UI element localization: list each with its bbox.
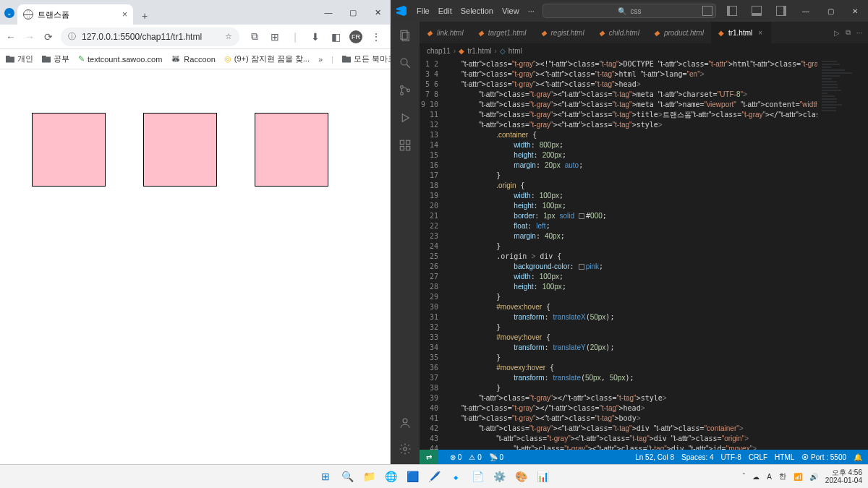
edge-button[interactable]: 🟦 bbox=[404, 468, 421, 485]
editor-tab[interactable]: ◆child.html bbox=[592, 22, 647, 43]
tray-wifi-icon[interactable]: 📶 bbox=[793, 473, 802, 481]
tray-volume-icon[interactable]: 🔊 bbox=[809, 473, 818, 481]
status-port[interactable]: ⦿ Port : 5500 bbox=[801, 453, 846, 461]
settings-gear-icon[interactable] bbox=[397, 441, 413, 457]
minimize-button[interactable]: — bbox=[796, 1, 816, 21]
status-bell-icon[interactable]: 🔔 bbox=[854, 453, 862, 461]
bookmark-item[interactable]: ◎(9+) 잠지현 꿈을 찾... bbox=[224, 53, 310, 64]
origin-box[interactable] bbox=[143, 113, 217, 187]
movex-box[interactable] bbox=[33, 114, 105, 186]
start-button[interactable]: ⊞ bbox=[317, 468, 334, 485]
explorer-button[interactable]: 📁 bbox=[360, 468, 378, 485]
split-icon[interactable]: ⧉ bbox=[846, 28, 851, 37]
movexy-box[interactable] bbox=[255, 114, 328, 186]
tray-chevron-icon[interactable]: ˆ bbox=[743, 473, 745, 481]
html-file-icon: ◆ bbox=[718, 29, 724, 37]
origin-box[interactable] bbox=[32, 113, 106, 187]
back-button[interactable]: ← bbox=[4, 30, 17, 43]
app-button[interactable]: ⚙️ bbox=[490, 468, 508, 485]
scm-icon[interactable] bbox=[397, 82, 413, 98]
more-icon[interactable]: ··· bbox=[856, 29, 862, 37]
status-warnings[interactable]: ⚠ 0 bbox=[469, 453, 481, 461]
clock[interactable]: 오후 4:56 2024-01-04 bbox=[825, 468, 862, 484]
layout-icon[interactable] bbox=[697, 1, 718, 21]
status-eol[interactable]: CRLF bbox=[749, 453, 767, 461]
remote-icon[interactable]: ⇄ bbox=[420, 450, 438, 464]
close-window-button[interactable]: ✕ bbox=[365, 0, 390, 25]
layout-icon[interactable] bbox=[771, 1, 791, 21]
vscode-menu: File Edit Selection View ··· bbox=[417, 7, 535, 15]
maximize-button[interactable]: ▢ bbox=[820, 1, 841, 21]
app-button[interactable]: 🖊️ bbox=[425, 468, 443, 485]
bookmark-item[interactable]: 공부 bbox=[42, 53, 69, 64]
status-lang[interactable]: HTML bbox=[775, 453, 794, 461]
reload-button[interactable]: ⟳ bbox=[42, 30, 55, 43]
chrome-button[interactable]: 🌐 bbox=[382, 468, 399, 485]
account-icon[interactable] bbox=[397, 415, 413, 431]
close-tab-icon[interactable]: × bbox=[122, 9, 127, 20]
forward-button[interactable]: → bbox=[23, 30, 36, 43]
explorer-icon[interactable] bbox=[397, 27, 413, 43]
bookmark-overflow[interactable]: » bbox=[318, 55, 323, 64]
bookmark-item[interactable]: ✎textcount.sawoo.com bbox=[78, 54, 162, 64]
close-tab-icon[interactable]: × bbox=[757, 29, 764, 37]
bookmark-item[interactable]: 개인 bbox=[6, 53, 33, 64]
status-radio[interactable]: 📡 0 bbox=[489, 453, 503, 461]
minimap[interactable] bbox=[817, 58, 868, 450]
tray-ime[interactable]: 한 bbox=[779, 471, 786, 481]
bookmark-item[interactable]: 모든 북마크 bbox=[342, 53, 396, 64]
extensions-icon[interactable]: ⊞ bbox=[268, 30, 281, 43]
close-button[interactable]: ✕ bbox=[845, 1, 865, 21]
menu-item[interactable]: View bbox=[502, 7, 519, 15]
site-info-icon[interactable]: ⓘ bbox=[68, 31, 76, 42]
editor-tab[interactable]: ◆regist.html bbox=[534, 22, 592, 43]
breadcrumbs[interactable]: chap11› ◆tr1.html› ◇html bbox=[420, 43, 868, 58]
menu-item[interactable]: File bbox=[417, 7, 430, 15]
app-button[interactable]: 📄 bbox=[469, 468, 486, 485]
status-encoding[interactable]: UTF-8 bbox=[721, 453, 741, 461]
status-spaces[interactable]: Spaces: 4 bbox=[681, 453, 713, 461]
menu-item[interactable]: Selection bbox=[461, 7, 493, 15]
bookmark-item[interactable]: 🦝Raccoon bbox=[171, 54, 215, 64]
camera-icon[interactable]: ⧉ bbox=[248, 30, 261, 43]
layout-icon[interactable] bbox=[722, 1, 742, 21]
windows-taskbar: ⊞ 🔍 📁 🌐 🟦 🖊️ ⬥ 📄 ⚙️ 🎨 📊 ˆ ☁ A 한 📶 🔊 오후 4… bbox=[0, 464, 868, 488]
chrome-tab[interactable]: 트랜스폼 × bbox=[17, 4, 133, 25]
app-button[interactable]: 🎨 bbox=[512, 468, 529, 485]
editor-tab[interactable]: ◆tr1.html× bbox=[711, 22, 771, 43]
maximize-button[interactable]: ▢ bbox=[341, 0, 365, 25]
editor-tab[interactable]: ◆target1.html bbox=[471, 22, 534, 43]
code-editor[interactable]: "t-attr">class="t-gray"><!"t-attr">class… bbox=[444, 58, 817, 450]
page-icon: ✎ bbox=[78, 54, 85, 64]
editor-tab[interactable]: ◆link.html bbox=[420, 22, 471, 43]
profile-icon[interactable]: FR bbox=[349, 30, 362, 43]
html-file-icon: ◆ bbox=[599, 29, 605, 37]
status-cursor[interactable]: Ln 52, Col 8 bbox=[635, 453, 674, 461]
new-tab-button[interactable]: + bbox=[136, 7, 153, 25]
run-icon[interactable]: ▷ bbox=[834, 29, 840, 37]
bookmark-star-icon[interactable]: ☆ bbox=[225, 32, 232, 41]
app-button[interactable]: 📊 bbox=[534, 468, 551, 485]
tray-cloud-icon[interactable]: ☁ bbox=[752, 473, 760, 481]
minimize-button[interactable]: — bbox=[316, 0, 341, 25]
editor-tab[interactable]: ◆product.html bbox=[647, 22, 711, 43]
origin-box[interactable] bbox=[255, 113, 328, 187]
debug-icon[interactable] bbox=[397, 110, 413, 126]
menu-item[interactable]: Edit bbox=[438, 7, 452, 15]
menu-item[interactable]: ··· bbox=[528, 7, 535, 15]
address-bar[interactable]: ⓘ 127.0.0.1:5500/chap11/tr1.html ☆ bbox=[61, 27, 239, 46]
command-center[interactable]: 🔍 css bbox=[542, 4, 716, 18]
search-icon[interactable] bbox=[397, 55, 413, 71]
search-button[interactable]: 🔍 bbox=[339, 468, 356, 485]
download-icon[interactable]: ⬇ bbox=[309, 30, 322, 43]
movey-box[interactable] bbox=[144, 114, 216, 186]
layout-icon[interactable] bbox=[746, 1, 767, 21]
ext2-icon[interactable]: ◧ bbox=[329, 30, 342, 43]
extensions-icon[interactable] bbox=[397, 137, 413, 153]
vscode-button[interactable]: ⬥ bbox=[447, 468, 464, 485]
tab-overflow-icon[interactable]: ⌄ bbox=[4, 8, 14, 18]
vscode-titlebar: File Edit Selection View ··· ←→ 🔍 css — … bbox=[391, 0, 868, 22]
menu-icon[interactable]: ⋮ bbox=[370, 30, 383, 43]
status-errors[interactable]: ⊗ 0 bbox=[450, 453, 461, 461]
tray-lang[interactable]: A bbox=[767, 473, 772, 481]
